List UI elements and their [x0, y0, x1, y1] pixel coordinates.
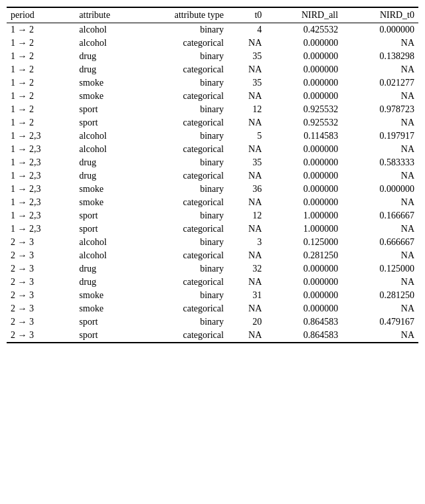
- table-cell: 1 → 2,3: [7, 156, 75, 169]
- table-cell: categorical: [144, 37, 228, 50]
- table-cell: drug: [75, 169, 143, 183]
- table-cell: alcohol: [75, 236, 143, 249]
- table-cell: drug: [75, 262, 143, 276]
- table-cell: 1 → 2: [7, 76, 75, 90]
- table-cell: 2 → 3: [7, 302, 75, 315]
- table-cell: 0.000000: [266, 50, 342, 63]
- table-cell: 0.125000: [342, 262, 418, 276]
- table-cell: 0.000000: [266, 90, 342, 103]
- table-cell: 32: [228, 262, 266, 276]
- table-cell: categorical: [144, 63, 228, 76]
- table-cell: 1 → 2,3: [7, 169, 75, 183]
- table-row: 1 → 2sportcategoricalNA0.925532NA: [7, 116, 418, 129]
- table-cell: categorical: [144, 276, 228, 289]
- table-cell: 0.000000: [266, 302, 342, 315]
- table-row: 1 → 2drugbinary350.0000000.138298: [7, 50, 418, 63]
- table-cell: 5: [228, 129, 266, 143]
- table-cell: 1 → 2: [7, 103, 75, 116]
- table-cell: NA: [228, 63, 266, 76]
- table-cell: 0.864583: [266, 315, 342, 329]
- header-attrtype: attribute type: [144, 7, 228, 23]
- table-row: 1 → 2,3sportbinary121.0000000.166667: [7, 209, 418, 222]
- table-cell: NA: [342, 249, 418, 262]
- table-cell: binary: [144, 289, 228, 302]
- table-cell: alcohol: [75, 129, 143, 143]
- table-cell: 0.978723: [342, 103, 418, 116]
- table-row: 1 → 2smokecategoricalNA0.000000NA: [7, 90, 418, 103]
- table-cell: 0.000000: [266, 183, 342, 196]
- header-attribute: attribute: [75, 7, 143, 23]
- table-cell: binary: [144, 315, 228, 329]
- table-cell: binary: [144, 50, 228, 63]
- table-cell: 0.000000: [342, 23, 418, 37]
- table-row: 1 → 2,3drugbinary350.0000000.583333: [7, 156, 418, 169]
- table-cell: NA: [342, 302, 418, 315]
- table-cell: 0.138298: [342, 50, 418, 63]
- table-cell: 0.425532: [266, 23, 342, 37]
- table-cell: 0.281250: [266, 249, 342, 262]
- table-cell: smoke: [75, 289, 143, 302]
- table-row: 1 → 2alcoholcategoricalNA0.000000NA: [7, 37, 418, 50]
- table-cell: NA: [228, 276, 266, 289]
- table-cell: NA: [342, 90, 418, 103]
- header-row: period attribute attribute type t0 NIRD_…: [7, 7, 418, 23]
- table-cell: binary: [144, 103, 228, 116]
- table-cell: 0.000000: [266, 262, 342, 276]
- table-cell: binary: [144, 156, 228, 169]
- table-cell: binary: [144, 23, 228, 37]
- table-row: 2 → 3smokecategoricalNA0.000000NA: [7, 302, 418, 315]
- table-cell: 0.925532: [266, 116, 342, 129]
- table-cell: NA: [228, 116, 266, 129]
- table-cell: categorical: [144, 169, 228, 183]
- table-cell: NA: [342, 169, 418, 183]
- table-row: 2 → 3smokebinary310.0000000.281250: [7, 289, 418, 302]
- table-cell: 35: [228, 50, 266, 63]
- table-row: 1 → 2drugcategoricalNA0.000000NA: [7, 63, 418, 76]
- table-cell: drug: [75, 156, 143, 169]
- table-cell: 0.114583: [266, 129, 342, 143]
- data-table: period attribute attribute type t0 NIRD_…: [7, 7, 418, 343]
- table-cell: drug: [75, 50, 143, 63]
- table-row: 2 → 3sportbinary200.8645830.479167: [7, 315, 418, 329]
- header-period: period: [7, 7, 75, 23]
- table-cell: NA: [228, 143, 266, 156]
- table-cell: 0.197917: [342, 129, 418, 143]
- table-cell: 0.000000: [266, 289, 342, 302]
- table-cell: NA: [228, 169, 266, 183]
- table-cell: NA: [342, 222, 418, 236]
- table-cell: 1 → 2: [7, 116, 75, 129]
- table-cell: 1 → 2,3: [7, 222, 75, 236]
- table-cell: 0.000000: [266, 63, 342, 76]
- table-cell: sport: [75, 116, 143, 129]
- table-cell: 2 → 3: [7, 236, 75, 249]
- table-row: 1 → 2,3smokecategoricalNA0.000000NA: [7, 196, 418, 209]
- table-cell: 0.666667: [342, 236, 418, 249]
- table-cell: 0.281250: [342, 289, 418, 302]
- table-cell: categorical: [144, 222, 228, 236]
- table-cell: alcohol: [75, 23, 143, 37]
- table-row: 2 → 3drugbinary320.0000000.125000: [7, 262, 418, 276]
- table-cell: 2 → 3: [7, 289, 75, 302]
- table-cell: 2 → 3: [7, 262, 75, 276]
- table-cell: 0.000000: [266, 143, 342, 156]
- table-cell: NA: [228, 37, 266, 50]
- table-cell: alcohol: [75, 249, 143, 262]
- table-cell: 1 → 2: [7, 37, 75, 50]
- table-row: 1 → 2,3alcoholbinary50.1145830.197917: [7, 129, 418, 143]
- table-cell: sport: [75, 222, 143, 236]
- table-cell: 31: [228, 289, 266, 302]
- table-cell: NA: [342, 276, 418, 289]
- table-cell: NA: [342, 116, 418, 129]
- table-cell: 2 → 3: [7, 276, 75, 289]
- table-cell: 12: [228, 209, 266, 222]
- table-cell: NA: [228, 329, 266, 343]
- table-cell: 1 → 2,3: [7, 143, 75, 156]
- table-cell: alcohol: [75, 143, 143, 156]
- table-cell: NA: [228, 302, 266, 315]
- table-row: 1 → 2smokebinary350.0000000.021277: [7, 76, 418, 90]
- table-cell: categorical: [144, 329, 228, 343]
- table-cell: 1 → 2: [7, 50, 75, 63]
- table-cell: 0.000000: [266, 196, 342, 209]
- table-row: 1 → 2,3sportcategoricalNA1.000000NA: [7, 222, 418, 236]
- table-cell: categorical: [144, 196, 228, 209]
